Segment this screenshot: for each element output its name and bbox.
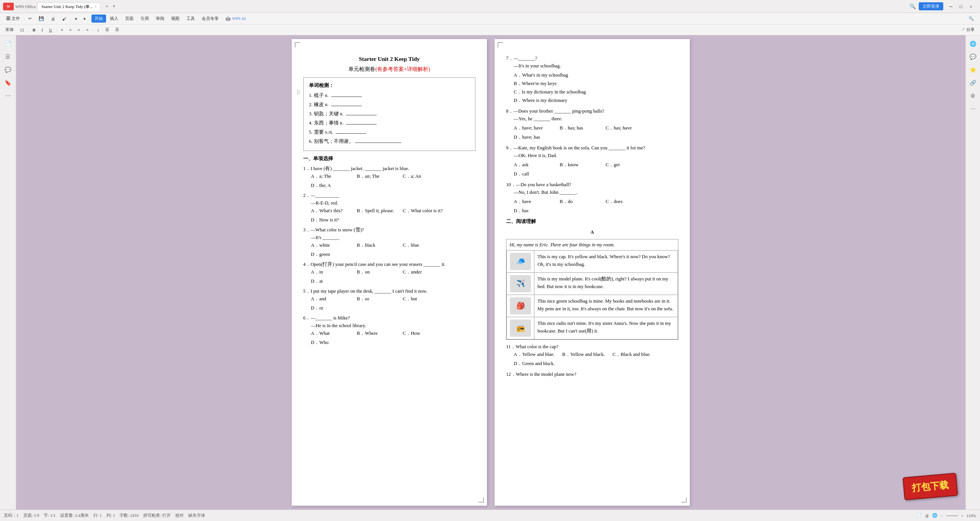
align-left[interactable]: ≡ bbox=[58, 27, 65, 33]
reading-text-2: This is my model plane. It's cool(酷的), r… bbox=[534, 273, 678, 295]
tab-reference[interactable]: 引用 bbox=[137, 15, 152, 23]
numbering[interactable]: ☰ bbox=[113, 26, 121, 33]
search-icon[interactable]: 🔍 bbox=[910, 3, 916, 10]
right-sidebar: 🌐 💬 ⭐ 🔗 ⚙ ⋯ bbox=[965, 35, 980, 510]
menu-arrow-left[interactable]: ◂ bbox=[72, 15, 80, 22]
reading-row-1: 🧢 This is my cap. It's yellow and black.… bbox=[507, 251, 678, 273]
bag-image: 🎒 bbox=[510, 297, 531, 315]
sidebar-comment-icon[interactable]: 💬 bbox=[3, 64, 13, 75]
q10-opt-d: D．has bbox=[514, 207, 552, 215]
page-corner-br bbox=[479, 497, 484, 503]
restore-button[interactable]: □ bbox=[956, 3, 965, 10]
download-button[interactable]: 打包下载 bbox=[903, 473, 958, 500]
align-center[interactable]: ≡ bbox=[67, 27, 74, 33]
reading-label: A bbox=[506, 228, 678, 236]
q5-opt-d: D．or bbox=[311, 304, 349, 312]
menu-arrow-right[interactable]: ▸ bbox=[81, 15, 89, 22]
q8-opt-b: B．has; has bbox=[560, 124, 598, 132]
q6: 6．—_______ is Mike? —He is in the school… bbox=[303, 314, 475, 346]
q11-opt-b: B．Yellow and black. bbox=[562, 351, 605, 358]
sidebar-bookmark-icon[interactable]: 🔖 bbox=[3, 77, 13, 88]
new-tab-button[interactable]: + bbox=[102, 2, 111, 11]
font-name[interactable]: 宋体 bbox=[3, 26, 16, 33]
zoom-out-button[interactable]: − bbox=[941, 513, 943, 518]
right-icon-2[interactable]: 💬 bbox=[968, 51, 978, 62]
document-tab[interactable]: Starter Unit 2 Keep Tidy (单... × bbox=[37, 2, 101, 11]
right-icon-1[interactable]: 🌐 bbox=[968, 38, 978, 49]
tab-tools[interactable]: 工具 bbox=[183, 15, 198, 23]
q5-opt-b: B．so bbox=[357, 295, 395, 303]
menu-undo[interactable]: ↩ bbox=[25, 15, 35, 22]
right-icon-more[interactable]: ⋯ bbox=[968, 103, 978, 114]
close-button[interactable]: × bbox=[966, 3, 975, 10]
underline-button[interactable]: U bbox=[47, 27, 54, 33]
right-icon-3[interactable]: ⭐ bbox=[968, 64, 978, 75]
main-area: 📄 ☰ 💬 🔖 ⋯ ⠿ Starter Unit 2 Keep Tidy 单元检… bbox=[0, 35, 980, 510]
justify[interactable]: ≡ bbox=[84, 27, 91, 33]
menu-file[interactable]: ☰ 文件 bbox=[3, 15, 23, 23]
share-button[interactable]: ↗ 分享 bbox=[959, 26, 977, 33]
subtitle-red: (有参考答案+详细解析) bbox=[375, 66, 430, 72]
menubar: ☰ 文件 | ↩ 💾 🖨 🖌 | ◂ ▸ | 开始 插入 页面 引用 审阅 视图… bbox=[0, 13, 980, 25]
line-spacing[interactable]: ↕ bbox=[95, 27, 101, 33]
vocab-2: 2. 橡皮 n. bbox=[309, 101, 470, 108]
tab-insert[interactable]: 插入 bbox=[107, 15, 121, 23]
q9-opt-a: A．ask bbox=[514, 161, 552, 169]
p2-q11: 11．What color is the cap? A．Yellow and b… bbox=[506, 343, 678, 367]
tab-close-button[interactable]: × bbox=[95, 5, 97, 9]
vocab-6: 6. 别客气；不用谢。 bbox=[309, 138, 470, 145]
right-icon-4[interactable]: 🔗 bbox=[968, 77, 978, 88]
tab-arrow[interactable]: ▾ bbox=[113, 4, 115, 9]
sidebar-more-icon[interactable]: ⋯ bbox=[3, 90, 13, 101]
wps-logo: W bbox=[3, 3, 14, 10]
align-right[interactable]: ≡ bbox=[75, 27, 82, 33]
tab-home[interactable]: 开始 bbox=[91, 15, 106, 23]
tab-view[interactable]: 视图 bbox=[168, 15, 183, 23]
tab-wpsai[interactable]: 🤖 WPS AI bbox=[222, 15, 249, 22]
register-button[interactable]: 立即登录 bbox=[919, 2, 943, 10]
zoom-slider[interactable]: ──── bbox=[946, 513, 958, 518]
spell-check: 拼写检查: 打开 bbox=[143, 513, 171, 518]
reading-row-4: 📻 This nice radio isn't mine. It's my si… bbox=[507, 317, 678, 339]
search-button[interactable]: 🔍 bbox=[965, 15, 977, 22]
zoom-level: 110% bbox=[967, 513, 976, 518]
zoom-in-button[interactable]: + bbox=[961, 513, 964, 518]
q2-opt-a: A．What's this? bbox=[311, 207, 349, 215]
q2-opt-c: C．What color is it? bbox=[403, 207, 443, 215]
minimize-button[interactable]: ─ bbox=[946, 3, 956, 10]
bullets[interactable]: ☰ bbox=[103, 26, 111, 33]
reading-text-1: This is my cap. It's yellow and black. W… bbox=[534, 251, 678, 273]
p2-q8: 8．—Does your brother _______ ping-pong b… bbox=[506, 107, 678, 141]
menu-paint[interactable]: 🖌 bbox=[59, 15, 69, 22]
view-normal-icon[interactable]: 📄 bbox=[916, 513, 922, 518]
vocab-4: 4. 东西；事情 n. bbox=[309, 119, 470, 127]
q3-opt-b: B．black bbox=[357, 241, 395, 249]
view-print-icon[interactable]: 🖨 bbox=[925, 513, 929, 518]
menu-separator: | bbox=[24, 16, 24, 21]
q2: 2．—__________ —R-E-D, red. A．What's this… bbox=[303, 192, 475, 224]
titlebar: W WPS Office Starter Unit 2 Keep Tidy (单… bbox=[0, 0, 980, 13]
menu-save[interactable]: 💾 bbox=[36, 15, 47, 22]
sidebar-nav-icon[interactable]: 📄 bbox=[3, 38, 13, 49]
view-web-icon[interactable]: 🌐 bbox=[932, 513, 938, 518]
font-size[interactable]: 12 bbox=[18, 27, 26, 33]
formatting-toolbar: 宋体 12 | B I U | ≡ ≡ ≡ ≡ | ↕ ☰ ☰ ↗ 分享 bbox=[0, 25, 980, 35]
q6-opt-c: C．How bbox=[403, 329, 441, 337]
cap-image: 🧢 bbox=[510, 253, 531, 270]
row-info: 列: 1 bbox=[106, 513, 115, 518]
tab-review[interactable]: 审阅 bbox=[153, 15, 167, 23]
bold-button[interactable]: B bbox=[30, 27, 38, 33]
tab-page[interactable]: 页面 bbox=[122, 15, 137, 23]
q8-opt-a: A．have; have bbox=[514, 124, 552, 132]
drag-handle[interactable]: ⠿ bbox=[296, 89, 300, 97]
q11-opt-c: C．Black and blue. bbox=[612, 351, 651, 358]
reading-intro: Hi, my name is Eric. There are four thin… bbox=[506, 239, 678, 250]
q7-opt-a: A．What's in my schoolbag bbox=[514, 71, 678, 79]
italic-button[interactable]: I bbox=[39, 27, 46, 33]
left-sidebar: 📄 ☰ 💬 🔖 ⋯ bbox=[0, 35, 16, 510]
reading-img-4: 📻 bbox=[507, 317, 534, 339]
sidebar-outline-icon[interactable]: ☰ bbox=[3, 51, 13, 62]
tab-member[interactable]: 会员专享 bbox=[199, 15, 222, 23]
right-icon-5[interactable]: ⚙ bbox=[968, 90, 978, 101]
menu-print[interactable]: 🖨 bbox=[48, 15, 58, 22]
